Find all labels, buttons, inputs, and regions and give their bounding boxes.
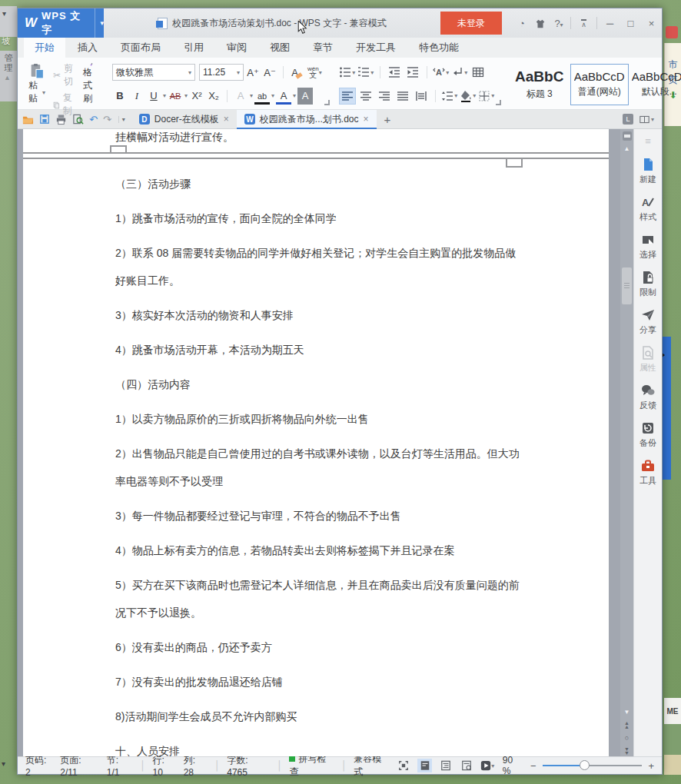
split-window-button[interactable]: ▾ <box>639 115 654 125</box>
close-tab-icon[interactable]: × <box>364 114 369 125</box>
text-effects-button[interactable]: A <box>233 88 248 105</box>
strikethrough-button[interactable]: AB <box>168 88 183 105</box>
sync-icon[interactable]: ◔ <box>513 18 531 29</box>
font-size-select[interactable]: 11.25 ▾ <box>199 64 244 81</box>
character-scale-button[interactable]: A ▾ <box>433 64 450 81</box>
style-normal-web[interactable]: AaBbCcD 普通(网站) <box>570 64 629 105</box>
clear-formatting-button[interactable]: A <box>289 64 304 81</box>
font-color-button[interactable]: A <box>276 90 291 105</box>
text-effects-caret-icon[interactable]: ▾ <box>250 92 253 99</box>
collapse-ribbon-button[interactable]: ∧ <box>573 18 594 29</box>
scroll-up-arrow[interactable]: ▲ <box>624 145 630 152</box>
character-shading-button[interactable]: A <box>297 88 313 105</box>
superscript-button[interactable]: X² <box>189 88 204 105</box>
tab-docer-templates[interactable]: D Docer-在线模板 × <box>131 110 237 129</box>
undo-button[interactable]: ↶ <box>89 114 98 125</box>
status-word-count[interactable]: 字数: 4765 <box>227 754 270 778</box>
bullet-list-button[interactable]: ▾ <box>339 64 356 81</box>
previous-page-button[interactable]: ▲▲ <box>624 721 630 729</box>
next-page-button[interactable]: ▼▼ <box>624 747 630 755</box>
minimize-button[interactable]: ─ <box>600 18 620 29</box>
sidebar-item-styles[interactable]: A 样式 <box>639 195 656 223</box>
paste-button[interactable]: 粘贴▾ <box>24 61 50 108</box>
login-button[interactable]: 未登录 <box>440 12 502 35</box>
align-right-button[interactable] <box>376 88 393 105</box>
sidebar-item-share[interactable]: 分享 <box>639 308 656 336</box>
distribute-button[interactable] <box>413 88 430 105</box>
ribbon-tab-review[interactable]: 审阅 <box>216 38 257 58</box>
ribbon-tab-references[interactable]: 引用 <box>173 38 214 58</box>
sidebar-item-new[interactable]: 新建 <box>639 158 656 185</box>
align-center-button[interactable] <box>357 88 374 105</box>
underline-caret-icon[interactable]: ▾ <box>163 92 166 99</box>
maximize-button[interactable]: □ <box>620 18 641 29</box>
sidebar-menu-icon[interactable]: ≡ <box>645 135 651 147</box>
italic-button[interactable]: I <box>129 88 145 105</box>
numbered-list-button[interactable]: ▾ <box>357 64 374 81</box>
wps-menu-caret-icon[interactable]: ▾ <box>95 8 104 38</box>
qat-customize-caret-icon[interactable]: ▾ <box>118 116 128 123</box>
sidebar-item-tools[interactable]: 工具 <box>639 459 656 487</box>
sidebar-item-backup[interactable]: 备份 <box>639 421 656 449</box>
justify-button[interactable] <box>394 88 411 105</box>
close-tab-icon[interactable]: × <box>224 114 229 125</box>
grow-font-button[interactable]: A⁺ <box>245 64 261 81</box>
font-color-caret-icon[interactable]: ▾ <box>293 92 296 99</box>
copy-button[interactable]: 复制 <box>50 90 78 119</box>
ribbon-tab-insert[interactable]: 插入 <box>67 38 108 58</box>
close-button[interactable]: × <box>641 18 662 29</box>
format-painter-button[interactable]: 格式刷 <box>78 61 105 108</box>
ribbon-tab-page-layout[interactable]: 页面布局 <box>110 38 171 58</box>
fullscreen-view-button[interactable] <box>397 759 411 772</box>
ruler-toggle-icon[interactable] <box>623 131 632 141</box>
zoom-slider[interactable] <box>543 760 643 771</box>
underline-button[interactable]: U <box>146 88 161 105</box>
highlight-color-button[interactable]: ab <box>254 90 270 105</box>
workspace-icon[interactable]: L <box>623 114 633 125</box>
style-default-paragraph[interactable]: AaBbCcDo 默认段... <box>630 64 681 105</box>
outline-view-button[interactable] <box>438 759 453 772</box>
help-button[interactable]: ?▾ <box>550 18 568 29</box>
cut-button[interactable]: ✂ 剪切 <box>50 61 78 90</box>
tab-current-document[interactable]: W 校园跳蚤市场...划书.doc × <box>237 110 377 129</box>
open-file-icon[interactable] <box>22 114 34 125</box>
highlight-caret-icon[interactable]: ▾ <box>271 92 274 99</box>
insert-table-button[interactable] <box>470 64 487 81</box>
ribbon-tab-home[interactable]: 开始 <box>24 38 65 58</box>
shrink-font-button[interactable]: A⁻ <box>262 64 277 81</box>
font-dialog-launcher[interactable] <box>324 100 330 105</box>
redo-button[interactable]: ↷ <box>103 114 111 125</box>
vertical-scrollbar[interactable]: ▲ ▼ ▲▲ ○ ▼▼ <box>620 129 633 756</box>
line-spacing-button[interactable]: ▾ <box>441 88 458 105</box>
increase-indent-button[interactable] <box>404 64 421 81</box>
strikethrough-caret-icon[interactable]: ▾ <box>184 92 188 99</box>
web-layout-button[interactable] <box>459 759 473 772</box>
font-family-select[interactable]: 微软雅黑 ▾ <box>112 64 195 81</box>
page-view-button[interactable] <box>417 759 432 772</box>
borders-button[interactable]: ▾ <box>478 88 495 105</box>
scrollbar-thumb[interactable] <box>622 267 632 304</box>
paragraph-mark-button[interactable]: ▾ <box>451 64 468 81</box>
zoom-slider-thumb[interactable] <box>580 760 590 770</box>
ribbon-tab-section[interactable]: 章节 <box>302 38 344 58</box>
zoom-in-button[interactable]: + <box>648 760 654 772</box>
zoom-out-button[interactable]: − <box>530 760 536 772</box>
document-canvas[interactable]: 挂横幅对活动进行宣传。 （三）活动步骤 1）跳蚤市场活动的宣传，面向全院的全体同… <box>18 129 620 756</box>
sidebar-item-feedback[interactable]: 反馈 <box>639 384 656 411</box>
ribbon-tab-developer[interactable]: 开发工具 <box>345 38 407 58</box>
scroll-down-arrow[interactable]: ▼ <box>624 709 630 716</box>
wps-menu-button[interactable]: W WPS 文字 ▾ <box>18 8 104 38</box>
style-heading3[interactable]: AaBbC 标题 3 <box>510 64 569 105</box>
read-mode-caret-icon[interactable]: ▾ <box>491 762 494 769</box>
zoom-level-value[interactable]: 90 % <box>503 755 523 776</box>
sidebar-item-select[interactable]: 选择 <box>639 233 656 261</box>
align-left-button[interactable] <box>339 88 356 105</box>
spell-check-status[interactable]: 拼写检查 <box>289 752 334 779</box>
ribbon-tab-view[interactable]: 视图 <box>259 38 301 58</box>
sidebar-item-restrict[interactable]: 限制 <box>639 271 656 298</box>
ribbon-tab-special-features[interactable]: 特色功能 <box>408 38 470 58</box>
paragraph-shading-button[interactable]: ▾ <box>460 88 477 105</box>
paragraph-dialog-launcher[interactable] <box>496 100 501 105</box>
document-page[interactable]: 挂横幅对活动进行宣传。 （三）活动步骤 1）跳蚤市场活动的宣传，面向全院的全体同… <box>23 129 609 756</box>
decrease-indent-button[interactable] <box>386 64 403 81</box>
